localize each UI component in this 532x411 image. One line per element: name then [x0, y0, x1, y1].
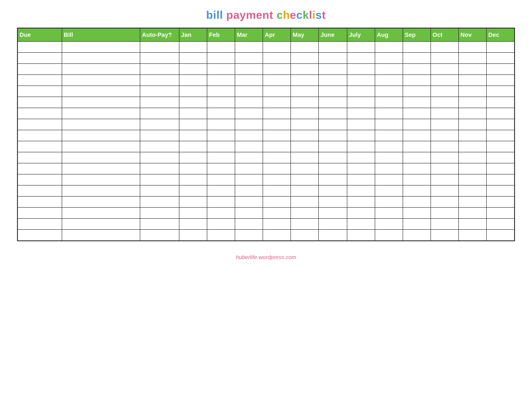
cell-row7-col9[interactable] — [347, 119, 375, 130]
cell-row4-col8[interactable] — [319, 86, 347, 97]
cell-row13-col2[interactable] — [140, 185, 179, 196]
cell-row10-col1[interactable] — [62, 152, 140, 163]
cell-row11-col14[interactable] — [486, 163, 514, 174]
cell-row8-col7[interactable] — [291, 130, 319, 141]
cell-row15-col14[interactable] — [486, 207, 514, 218]
cell-row6-col13[interactable] — [459, 108, 486, 119]
cell-row10-col8[interactable] — [319, 152, 347, 163]
cell-row12-col5[interactable] — [235, 174, 263, 185]
cell-row12-col4[interactable] — [207, 174, 235, 185]
cell-row7-col5[interactable] — [235, 119, 263, 130]
cell-row16-col0[interactable] — [18, 218, 62, 230]
cell-row3-col3[interactable] — [179, 75, 207, 86]
cell-row8-col2[interactable] — [140, 130, 179, 141]
cell-row2-col0[interactable] — [18, 64, 62, 75]
cell-row8-col14[interactable] — [486, 130, 514, 141]
cell-row11-col13[interactable] — [459, 163, 486, 174]
cell-row9-col7[interactable] — [291, 141, 319, 152]
cell-row12-col10[interactable] — [375, 174, 403, 185]
cell-row15-col1[interactable] — [62, 207, 140, 218]
cell-row1-col1[interactable] — [62, 53, 140, 64]
cell-row9-col9[interactable] — [347, 141, 375, 152]
cell-row5-col2[interactable] — [140, 97, 179, 108]
cell-row3-col7[interactable] — [291, 75, 319, 86]
cell-row7-col1[interactable] — [62, 119, 140, 130]
cell-row6-col0[interactable] — [18, 108, 62, 119]
cell-row7-col7[interactable] — [291, 119, 319, 130]
cell-row9-col10[interactable] — [375, 141, 403, 152]
cell-row13-col7[interactable] — [291, 185, 319, 196]
cell-row7-col6[interactable] — [263, 119, 291, 130]
cell-row7-col12[interactable] — [431, 119, 459, 130]
cell-row3-col14[interactable] — [486, 75, 514, 86]
cell-row1-col7[interactable] — [291, 53, 319, 64]
cell-row7-col14[interactable] — [486, 119, 514, 130]
cell-row17-col9[interactable] — [347, 230, 375, 241]
cell-row0-col1[interactable] — [62, 41, 140, 53]
cell-row12-col2[interactable] — [140, 174, 179, 185]
cell-row10-col4[interactable] — [207, 152, 235, 163]
cell-row10-col0[interactable] — [18, 152, 62, 163]
cell-row6-col10[interactable] — [375, 108, 403, 119]
cell-row11-col7[interactable] — [291, 163, 319, 174]
cell-row11-col2[interactable] — [140, 163, 179, 174]
cell-row3-col13[interactable] — [459, 75, 486, 86]
cell-row10-col7[interactable] — [291, 152, 319, 163]
cell-row14-col10[interactable] — [375, 196, 403, 207]
cell-row2-col8[interactable] — [319, 64, 347, 75]
cell-row13-col13[interactable] — [459, 185, 486, 196]
cell-row3-col4[interactable] — [207, 75, 235, 86]
cell-row5-col8[interactable] — [319, 97, 347, 108]
cell-row17-col8[interactable] — [319, 230, 347, 241]
cell-row12-col1[interactable] — [62, 174, 140, 185]
cell-row16-col9[interactable] — [347, 218, 375, 230]
cell-row10-col13[interactable] — [459, 152, 486, 163]
cell-row9-col14[interactable] — [486, 141, 514, 152]
cell-row15-col4[interactable] — [207, 207, 235, 218]
cell-row17-col12[interactable] — [431, 230, 459, 241]
cell-row8-col10[interactable] — [375, 130, 403, 141]
cell-row16-col7[interactable] — [291, 218, 319, 230]
cell-row16-col14[interactable] — [486, 218, 514, 230]
cell-row17-col3[interactable] — [179, 230, 207, 241]
cell-row14-col7[interactable] — [291, 196, 319, 207]
cell-row4-col10[interactable] — [375, 86, 403, 97]
cell-row5-col4[interactable] — [207, 97, 235, 108]
table-row[interactable] — [18, 141, 514, 152]
cell-row7-col8[interactable] — [319, 119, 347, 130]
table-row[interactable] — [18, 64, 514, 75]
cell-row17-col1[interactable] — [62, 230, 140, 241]
cell-row12-col7[interactable] — [291, 174, 319, 185]
cell-row2-col9[interactable] — [347, 64, 375, 75]
cell-row17-col13[interactable] — [459, 230, 486, 241]
cell-row9-col8[interactable] — [319, 141, 347, 152]
cell-row1-col14[interactable] — [486, 53, 514, 64]
table-row[interactable] — [18, 230, 514, 241]
cell-row16-col5[interactable] — [235, 218, 263, 230]
cell-row5-col14[interactable] — [486, 97, 514, 108]
cell-row15-col0[interactable] — [18, 207, 62, 218]
cell-row6-col8[interactable] — [319, 108, 347, 119]
cell-row1-col3[interactable] — [179, 53, 207, 64]
cell-row2-col1[interactable] — [62, 64, 140, 75]
cell-row11-col12[interactable] — [431, 163, 459, 174]
cell-row8-col13[interactable] — [459, 130, 486, 141]
cell-row16-col2[interactable] — [140, 218, 179, 230]
cell-row17-col10[interactable] — [375, 230, 403, 241]
cell-row9-col0[interactable] — [18, 141, 62, 152]
cell-row6-col4[interactable] — [207, 108, 235, 119]
cell-row3-col9[interactable] — [347, 75, 375, 86]
cell-row11-col9[interactable] — [347, 163, 375, 174]
cell-row5-col0[interactable] — [18, 97, 62, 108]
cell-row1-col2[interactable] — [140, 53, 179, 64]
cell-row9-col3[interactable] — [179, 141, 207, 152]
cell-row1-col10[interactable] — [375, 53, 403, 64]
cell-row11-col10[interactable] — [375, 163, 403, 174]
table-row[interactable] — [18, 196, 514, 207]
cell-row3-col0[interactable] — [18, 75, 62, 86]
cell-row10-col11[interactable] — [403, 152, 431, 163]
cell-row17-col2[interactable] — [140, 230, 179, 241]
table-row[interactable] — [18, 207, 514, 218]
cell-row3-col10[interactable] — [375, 75, 403, 86]
cell-row16-col4[interactable] — [207, 218, 235, 230]
